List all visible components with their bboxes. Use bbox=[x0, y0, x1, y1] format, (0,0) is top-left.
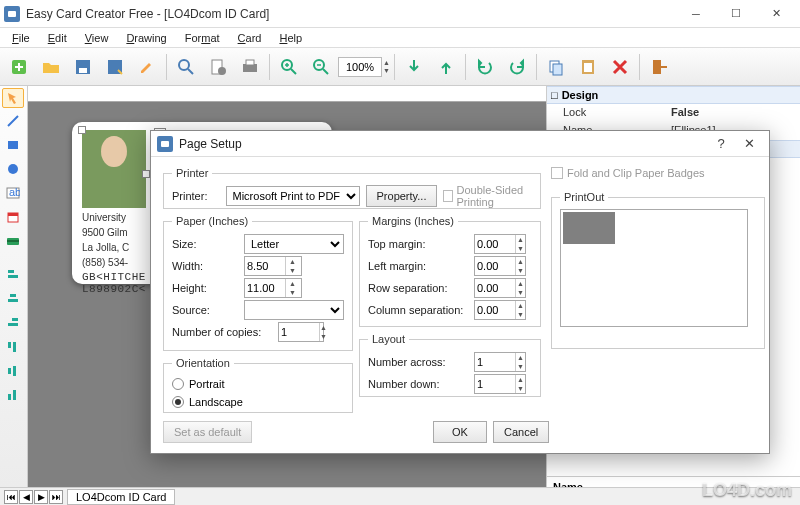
print-icon[interactable] bbox=[235, 52, 265, 82]
ruler-horizontal bbox=[28, 86, 546, 102]
page-setup-dialog: Page Setup ? ✕ Printer Printer: Microsof… bbox=[150, 130, 770, 454]
printer-label: Printer: bbox=[172, 190, 220, 202]
nav-next-icon[interactable]: ▶ bbox=[34, 490, 48, 504]
open-icon[interactable] bbox=[36, 52, 66, 82]
align-right-icon[interactable] bbox=[2, 312, 24, 334]
dialog-close-button[interactable]: ✕ bbox=[735, 136, 763, 151]
svg-rect-9 bbox=[246, 60, 254, 65]
svg-rect-15 bbox=[584, 63, 592, 72]
minimize-button[interactable]: ─ bbox=[676, 1, 716, 27]
col-sep-input[interactable]: ▲▼ bbox=[474, 300, 526, 320]
svg-rect-32 bbox=[13, 342, 16, 352]
svg-point-18 bbox=[8, 164, 18, 174]
prop-lock-val[interactable]: False bbox=[667, 104, 800, 122]
import-icon[interactable] bbox=[399, 52, 429, 82]
zoom-out-icon[interactable] bbox=[306, 52, 336, 82]
property-button[interactable]: Property... bbox=[366, 185, 438, 207]
delete-icon[interactable] bbox=[605, 52, 635, 82]
paste-icon[interactable] bbox=[573, 52, 603, 82]
menu-card[interactable]: Card bbox=[230, 30, 270, 46]
dialog-help-button[interactable]: ? bbox=[707, 136, 735, 151]
group-printer: Printer Printer: Microsoft Print to PDF … bbox=[163, 167, 541, 209]
align-top-icon[interactable] bbox=[2, 336, 24, 358]
undo-icon[interactable] bbox=[470, 52, 500, 82]
svg-rect-26 bbox=[8, 275, 18, 278]
svg-rect-29 bbox=[12, 318, 18, 321]
svg-rect-36 bbox=[13, 390, 16, 400]
paper-source-select[interactable] bbox=[244, 300, 344, 320]
dialog-icon bbox=[157, 136, 173, 152]
rect-tool-icon[interactable] bbox=[2, 134, 24, 156]
section-design[interactable]: □Design bbox=[547, 86, 800, 104]
edit-icon[interactable] bbox=[132, 52, 162, 82]
top-margin-input[interactable]: ▲▼ bbox=[474, 234, 526, 254]
svg-point-5 bbox=[179, 60, 189, 70]
copy-icon[interactable] bbox=[541, 52, 571, 82]
dialog-title: Page Setup bbox=[179, 137, 707, 151]
printout-preview bbox=[560, 209, 748, 327]
pointer-tool-icon[interactable] bbox=[2, 88, 24, 108]
ok-button[interactable]: OK bbox=[433, 421, 487, 443]
menu-format[interactable]: Format bbox=[177, 30, 228, 46]
paper-height-input[interactable]: ▲▼ bbox=[244, 278, 302, 298]
cancel-button[interactable]: Cancel bbox=[493, 421, 549, 443]
svg-rect-0 bbox=[8, 11, 16, 17]
line-tool-icon[interactable] bbox=[2, 110, 24, 132]
left-toolbox: ab bbox=[0, 86, 28, 487]
printer-select[interactable]: Microsoft Print to PDF bbox=[226, 186, 360, 206]
paper-size-select[interactable]: Letter bbox=[244, 234, 344, 254]
menu-file[interactable]: File bbox=[4, 30, 38, 46]
save-icon[interactable] bbox=[68, 52, 98, 82]
paper-width-input[interactable]: ▲▼ bbox=[244, 256, 302, 276]
text-tool-icon[interactable]: ab bbox=[2, 182, 24, 204]
nav-last-icon[interactable]: ⏭ bbox=[49, 490, 63, 504]
fold-clip-checkbox: Fold and Clip Paper Badges bbox=[551, 167, 705, 179]
svg-rect-25 bbox=[8, 270, 14, 273]
double-sided-checkbox: Double-Sided Printing bbox=[443, 184, 532, 208]
landscape-radio[interactable]: Landscape bbox=[172, 393, 344, 411]
group-margins: Margins (Inches) Top margin:▲▼ Left marg… bbox=[359, 215, 541, 327]
row-sep-input[interactable]: ▲▼ bbox=[474, 278, 526, 298]
svg-rect-17 bbox=[8, 141, 18, 149]
menu-edit[interactable]: Edit bbox=[40, 30, 75, 46]
menubar: File Edit View Drawing Format Card Help bbox=[0, 28, 800, 48]
align-left-icon[interactable] bbox=[2, 264, 24, 286]
number-down-input[interactable]: ▲▼ bbox=[474, 374, 526, 394]
zoom-input[interactable] bbox=[338, 57, 382, 77]
nav-first-icon[interactable]: ⏮ bbox=[4, 490, 18, 504]
titlebar: Easy Card Creator Free - [LO4Dcom ID Car… bbox=[0, 0, 800, 28]
copies-input[interactable]: ▲▼ bbox=[278, 322, 324, 342]
align-center-icon[interactable] bbox=[2, 288, 24, 310]
left-margin-input[interactable]: ▲▼ bbox=[474, 256, 526, 276]
portrait-radio[interactable]: Portrait bbox=[172, 375, 344, 393]
new-icon[interactable] bbox=[4, 52, 34, 82]
exit-icon[interactable] bbox=[644, 52, 674, 82]
card-tool-icon[interactable] bbox=[2, 230, 24, 252]
close-button[interactable]: ✕ bbox=[756, 1, 796, 27]
number-across-input[interactable]: ▲▼ bbox=[474, 352, 526, 372]
set-default-button: Set as default bbox=[163, 421, 252, 443]
align-bottom-icon[interactable] bbox=[2, 384, 24, 406]
menu-help[interactable]: Help bbox=[271, 30, 310, 46]
svg-rect-35 bbox=[8, 394, 11, 400]
saveas-icon[interactable] bbox=[100, 52, 130, 82]
svg-rect-37 bbox=[161, 141, 169, 147]
page-setup-icon[interactable] bbox=[203, 52, 233, 82]
calendar-tool-icon[interactable] bbox=[2, 206, 24, 228]
nav-prev-icon[interactable]: ◀ bbox=[19, 490, 33, 504]
align-middle-icon[interactable] bbox=[2, 360, 24, 382]
photo-placeholder[interactable] bbox=[82, 130, 146, 208]
svg-rect-28 bbox=[8, 299, 18, 302]
export-icon[interactable] bbox=[431, 52, 461, 82]
menu-view[interactable]: View bbox=[77, 30, 117, 46]
zoom-in-icon[interactable] bbox=[274, 52, 304, 82]
menu-drawing[interactable]: Drawing bbox=[118, 30, 174, 46]
status-tab[interactable]: LO4Dcom ID Card bbox=[67, 489, 175, 505]
dialog-titlebar[interactable]: Page Setup ? ✕ bbox=[151, 131, 769, 157]
prop-lock-key: Lock bbox=[547, 104, 667, 122]
ellipse-tool-icon[interactable] bbox=[2, 158, 24, 180]
preview-icon[interactable] bbox=[171, 52, 201, 82]
svg-point-7 bbox=[218, 67, 226, 75]
redo-icon[interactable] bbox=[502, 52, 532, 82]
maximize-button[interactable]: ☐ bbox=[716, 1, 756, 27]
